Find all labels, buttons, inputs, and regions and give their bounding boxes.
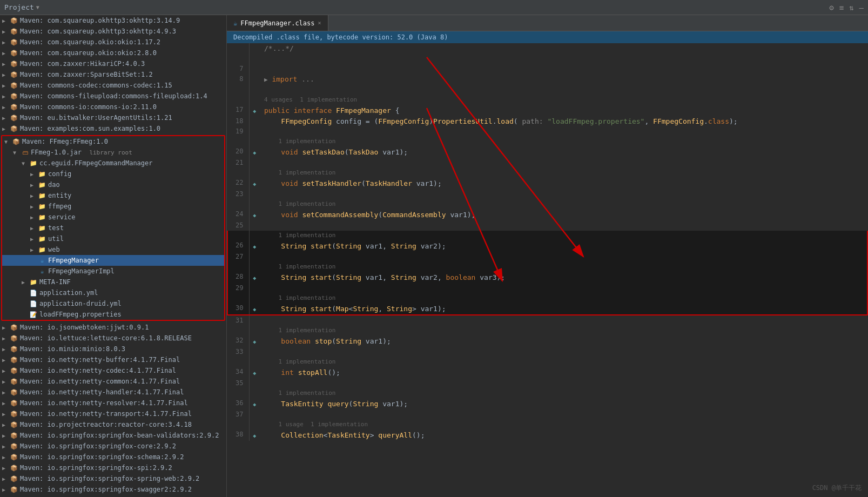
- tree-item-springfox-bean[interactable]: ▶ 📦 Maven: io.springfox:springfox-bean-v…: [0, 430, 226, 441]
- tree-item-entity[interactable]: ▶ 📁 entity: [2, 190, 224, 201]
- code-table: /*...*/ 7: [227, 43, 868, 441]
- tree-item-okio2[interactable]: ▶ 📦 Maven: com.squareup.okio:okio:2.8.0: [0, 48, 226, 58]
- code-row: 35: [227, 378, 867, 388]
- tree-item-ffmeg-jar[interactable]: ▼ 🗃 FFmeg-1.0.jar library root: [2, 147, 224, 158]
- tree-item-config[interactable]: ▶ 📁 config: [2, 169, 224, 179]
- tree-item-test[interactable]: ▶ 📁 test: [2, 223, 224, 233]
- tree-item-springfox-swagger-common[interactable]: ▶ 📦 Maven: io.springfox:springfox-swagge…: [0, 495, 226, 497]
- tree-item-netty-common[interactable]: ▶ 📦 Maven: io.netty:netty-common:4.1.77.…: [0, 376, 226, 387]
- list-icon[interactable]: ≡: [839, 3, 844, 12]
- arrow-icon: ▶: [30, 236, 38, 242]
- code-row: 18 FFmpegConfig config = (FFmpegConfig)P…: [227, 116, 867, 126]
- tree-item-netty-transport[interactable]: ▶ 📦 Maven: io.netty:netty-transport:4.1.…: [0, 408, 226, 419]
- tree-item-netty-handler[interactable]: ▶ 📦 Maven: io.netty:netty-handler:4.1.77…: [0, 387, 226, 398]
- arrow-icon: ▶: [2, 444, 10, 449]
- tree-item-dao[interactable]: ▶ 📁 dao: [2, 179, 224, 190]
- tree-item-sunexamples[interactable]: ▶ 📦 Maven: examples:com.sun.examples:1.0: [0, 123, 226, 134]
- tree-item-useragent[interactable]: ▶ 📦 Maven: eu.bitwalker:UserAgentUtils:1…: [0, 112, 226, 123]
- tab-ffmpegmanager[interactable]: ☕ FFmpegManager.class ×: [227, 15, 328, 31]
- arrow-icon: ▼: [13, 150, 21, 156]
- maven-icon: 📦: [10, 432, 18, 439]
- code-row: 38 ◆ Collection<TaskEntity> queryAll();: [227, 429, 867, 441]
- editor-area: ☕ FFmpegManager.class × Decompiled .clas…: [227, 15, 868, 497]
- tree-item-package[interactable]: ▼ 📁 cc.eguid.FFmpegCommandManager: [2, 158, 224, 169]
- project-tree: ▶ 📦 Maven: com.squareup.okhttp3:okhttp:3…: [0, 15, 227, 497]
- tree-item-springfox-spi[interactable]: ▶ 📦 Maven: io.springfox:springfox-spi:2.…: [0, 462, 226, 473]
- tree-item-netty-buffer[interactable]: ▶ 📦 Maven: io.netty:netty-buffer:4.1.77.…: [0, 354, 226, 365]
- tree-item-util[interactable]: ▶ 📁 util: [2, 233, 224, 244]
- arrow-icon: ▶: [2, 433, 10, 439]
- tree-item-springfox-web[interactable]: ▶ 📦 Maven: io.springfox:springfox-spring…: [0, 473, 226, 484]
- arrow-icon: ▶: [2, 18, 10, 24]
- arrow-icon: ▶: [2, 454, 10, 460]
- code-row: 37: [227, 409, 867, 420]
- package-icon: 📁: [29, 160, 38, 167]
- tree-item-minio[interactable]: ▶ 📦 Maven: io.minio:minio:8.0.3: [0, 344, 226, 354]
- code-container[interactable]: /*...*/ 7: [227, 43, 868, 497]
- tree-item-okio1[interactable]: ▶ 📦 Maven: com.squareup.okio:okio:1.17.2: [0, 37, 226, 48]
- tree-item-service[interactable]: ▶ 📁 service: [2, 212, 224, 223]
- tree-item-reactor[interactable]: ▶ 📦 Maven: io.projectreactor:reactor-cor…: [0, 419, 226, 430]
- sort-icon[interactable]: ⇅: [849, 3, 853, 12]
- minus-icon[interactable]: —: [859, 3, 864, 12]
- tree-item-springfox-core[interactable]: ▶ 📦 Maven: io.springfox:springfox-core:2…: [0, 441, 226, 452]
- tree-item-application-druid-yml[interactable]: ▶ 📄 application-druid.yml: [2, 298, 224, 309]
- maven-icon: 📦: [10, 28, 18, 35]
- arrow-icon: ▶: [30, 204, 38, 210]
- maven-icon: 📦: [10, 17, 18, 24]
- code-row: 32 ◆ boolean stop(String var1);: [227, 335, 867, 347]
- settings-icon[interactable]: ⚙: [829, 3, 833, 12]
- maven-icon: 📦: [10, 411, 18, 418]
- arrow-icon: ▶: [2, 368, 10, 374]
- props-icon: 📝: [29, 311, 38, 318]
- tree-item-metainf[interactable]: ▶ 📁 META-INF: [2, 277, 224, 287]
- code-row-meta-highlight: 1 implementation: [227, 262, 867, 272]
- tree-item-commons-io[interactable]: ▶ 📦 Maven: commons-io:commons-io:2.11.0: [0, 102, 226, 112]
- code-row: 25: [227, 220, 867, 231]
- arrow-icon: ▶: [30, 214, 38, 220]
- folder-icon: 📁: [38, 225, 46, 232]
- arrow-icon: ▶: [2, 346, 10, 352]
- tree-item-okhttp2[interactable]: ▶ 📦 Maven: com.squareup.okhttp3:okhttp:4…: [0, 26, 226, 37]
- tree-item-hikari[interactable]: ▶ 📦 Maven: com.zaxxer:HikariCP:4.0.3: [0, 58, 226, 69]
- tree-item-lettuce[interactable]: ▶ 📦 Maven: io.lettuce:lettuce-core:6.1.8…: [0, 333, 226, 344]
- yaml-icon: 📄: [29, 290, 38, 297]
- code-row-meta-highlight: 1 implementation: [227, 231, 867, 240]
- code-row: 33: [227, 347, 867, 357]
- tree-item-okhttp1[interactable]: ▶ 📦 Maven: com.squareup.okhttp3:okhttp:3…: [0, 15, 226, 26]
- tree-item-sparsebitset[interactable]: ▶ 📦 Maven: com.zaxxer:SparseBitSet:1.2: [0, 69, 226, 80]
- code-row: 19: [227, 126, 867, 137]
- arrow-icon: ▼: [4, 139, 12, 145]
- tree-item-ffmeg-maven[interactable]: ▼ 📦 Maven: FFmeg:FFmeg:1.0: [2, 136, 224, 147]
- code-row: 17 ◆ public interface FFmpegManager {: [227, 105, 867, 116]
- top-bar: Project ▼ ⚙ ≡ ⇅ —: [0, 0, 868, 15]
- tree-item-springfox-schema[interactable]: ▶ 📦 Maven: io.springfox:springfox-schema…: [0, 452, 226, 462]
- arrow-icon: ▶: [2, 357, 10, 363]
- tree-item-ffmpegmanagerimpl[interactable]: ▶ ☕ FFmpegManagerImpl: [2, 266, 224, 277]
- tree-item-netty-resolver[interactable]: ▶ 📦 Maven: io.netty:netty-resolver:4.1.7…: [0, 398, 226, 408]
- tree-item-jjwt[interactable]: ▶ 📦 Maven: io.jsonwebtoken:jjwt:0.9.1: [0, 322, 226, 333]
- arrow-icon: ▶: [30, 182, 38, 188]
- tree-item-ffmpegmanager[interactable]: ▶ ☕ FFmpegManager: [2, 255, 224, 266]
- maven-icon: 📦: [10, 465, 18, 472]
- maven-icon: 📦: [12, 138, 21, 145]
- tree-item-netty-codec[interactable]: ▶ 📦 Maven: io.netty:netty-codec:4.1.77.F…: [0, 365, 226, 376]
- code-row: 7: [227, 64, 867, 74]
- tree-item-web[interactable]: ▶ 📁 web: [2, 244, 224, 255]
- maven-icon: 📦: [10, 421, 18, 428]
- tree-item-application-yml[interactable]: ▶ 📄 application.yml: [2, 287, 224, 298]
- tab-close-button[interactable]: ×: [318, 20, 321, 26]
- maven-icon: 📦: [10, 346, 18, 353]
- tree-item-springfox-swagger2[interactable]: ▶ 📦 Maven: io.springfox:springfox-swagge…: [0, 484, 226, 495]
- code-row-meta: 1 usage 1 implementation: [227, 420, 867, 429]
- tree-item-ffmpeg[interactable]: ▶ 📁 ffmpeg: [2, 201, 224, 212]
- folder-icon: 📁: [38, 236, 46, 243]
- tree-item-fileupload[interactable]: ▶ 📦 Maven: commons-fileupload:commons-fi…: [0, 91, 226, 102]
- code-row: 21: [227, 158, 867, 168]
- arrow-icon: ▶: [2, 50, 10, 56]
- tree-item-loadffmpeg-props[interactable]: ▶ 📝 loadFFmpeg.properties: [2, 309, 224, 320]
- tree-item-commons-codec[interactable]: ▶ 📦 Maven: commons-codec:commons-codec:1…: [0, 80, 226, 91]
- code-row: 24 ◆ void setCommandAssembly(CommandAsse…: [227, 209, 867, 220]
- arrow-icon: ▶: [2, 400, 10, 406]
- code-row: 31: [227, 315, 867, 326]
